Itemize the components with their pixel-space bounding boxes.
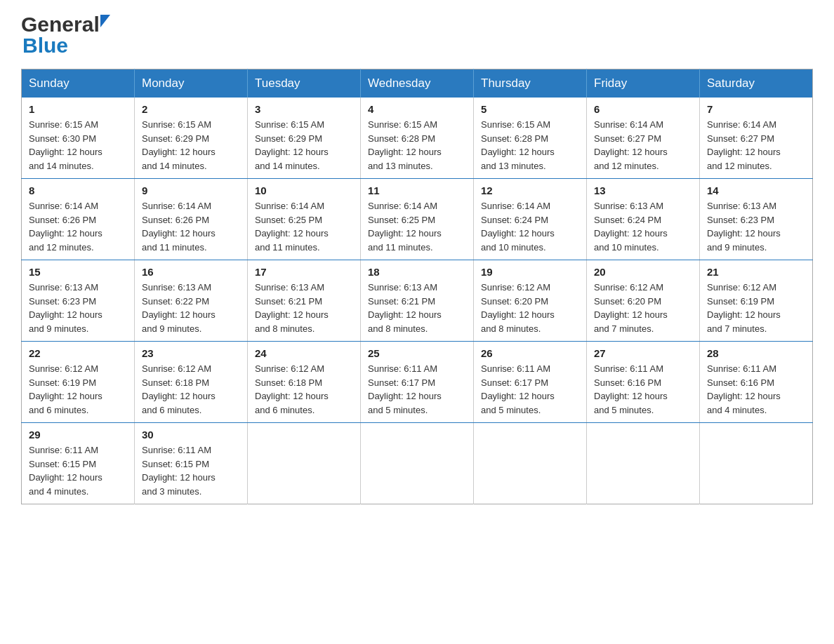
day-info: Sunrise: 6:11 AM Sunset: 6:16 PM Dayligh… [707,362,805,417]
calendar-week-row-4: 22 Sunrise: 6:12 AM Sunset: 6:19 PM Dayl… [22,342,813,423]
day-number: 30 [142,429,240,441]
day-number: 1 [29,103,127,115]
day-info: Sunrise: 6:15 AM Sunset: 6:28 PM Dayligh… [368,118,466,173]
day-info: Sunrise: 6:14 AM Sunset: 6:26 PM Dayligh… [29,199,127,254]
calendar-cell [248,423,361,504]
day-info: Sunrise: 6:11 AM Sunset: 6:17 PM Dayligh… [368,362,466,417]
day-number: 18 [368,266,466,278]
day-number: 7 [707,103,805,115]
calendar-week-row-3: 15 Sunrise: 6:13 AM Sunset: 6:23 PM Dayl… [22,260,813,342]
day-number: 27 [594,347,692,359]
calendar-cell: 18 Sunrise: 6:13 AM Sunset: 6:21 PM Dayl… [361,260,474,342]
calendar-cell: 28 Sunrise: 6:11 AM Sunset: 6:16 PM Dayl… [700,342,813,423]
calendar-header-row: SundayMondayTuesdayWednesdayThursdayFrid… [22,69,813,98]
day-info: Sunrise: 6:11 AM Sunset: 6:17 PM Dayligh… [481,362,579,417]
day-info: Sunrise: 6:12 AM Sunset: 6:19 PM Dayligh… [29,362,127,417]
day-info: Sunrise: 6:13 AM Sunset: 6:23 PM Dayligh… [29,281,127,335]
column-header-monday: Monday [135,69,248,98]
calendar-table: SundayMondayTuesdayWednesdayThursdayFrid… [21,69,813,504]
day-info: Sunrise: 6:15 AM Sunset: 6:29 PM Dayligh… [142,118,240,173]
calendar-cell: 13 Sunrise: 6:13 AM Sunset: 6:24 PM Dayl… [587,179,700,260]
column-header-tuesday: Tuesday [248,69,361,98]
calendar-cell: 29 Sunrise: 6:11 AM Sunset: 6:15 PM Dayl… [22,423,135,504]
day-number: 12 [481,185,579,196]
logo-blue-text: Blue [21,35,111,56]
page-header: General Blue [21,14,813,56]
day-info: Sunrise: 6:14 AM Sunset: 6:25 PM Dayligh… [255,199,353,254]
day-number: 13 [594,185,692,196]
calendar-week-row-5: 29 Sunrise: 6:11 AM Sunset: 6:15 PM Dayl… [22,423,813,504]
calendar-cell: 19 Sunrise: 6:12 AM Sunset: 6:20 PM Dayl… [474,260,587,342]
calendar-cell: 15 Sunrise: 6:13 AM Sunset: 6:23 PM Dayl… [22,260,135,342]
day-info: Sunrise: 6:13 AM Sunset: 6:23 PM Dayligh… [707,199,805,254]
day-info: Sunrise: 6:11 AM Sunset: 6:15 PM Dayligh… [29,443,127,498]
day-number: 16 [142,266,240,278]
calendar-cell: 17 Sunrise: 6:13 AM Sunset: 6:21 PM Dayl… [248,260,361,342]
calendar-cell: 12 Sunrise: 6:14 AM Sunset: 6:24 PM Dayl… [474,179,587,260]
day-info: Sunrise: 6:13 AM Sunset: 6:22 PM Dayligh… [142,281,240,335]
calendar-cell: 21 Sunrise: 6:12 AM Sunset: 6:19 PM Dayl… [700,260,813,342]
day-number: 8 [29,185,127,196]
day-info: Sunrise: 6:14 AM Sunset: 6:26 PM Dayligh… [142,199,240,254]
calendar-cell: 6 Sunrise: 6:14 AM Sunset: 6:27 PM Dayli… [587,98,700,179]
day-number: 21 [707,266,805,278]
column-header-saturday: Saturday [700,69,813,98]
calendar-cell: 25 Sunrise: 6:11 AM Sunset: 6:17 PM Dayl… [361,342,474,423]
day-info: Sunrise: 6:12 AM Sunset: 6:18 PM Dayligh… [255,362,353,417]
calendar-cell [700,423,813,504]
day-number: 14 [707,185,805,196]
day-info: Sunrise: 6:14 AM Sunset: 6:24 PM Dayligh… [481,199,579,254]
calendar-cell: 23 Sunrise: 6:12 AM Sunset: 6:18 PM Dayl… [135,342,248,423]
calendar-cell: 2 Sunrise: 6:15 AM Sunset: 6:29 PM Dayli… [135,98,248,179]
day-number: 6 [594,103,692,115]
calendar-cell [587,423,700,504]
day-info: Sunrise: 6:12 AM Sunset: 6:18 PM Dayligh… [142,362,240,417]
calendar-cell: 22 Sunrise: 6:12 AM Sunset: 6:19 PM Dayl… [22,342,135,423]
day-number: 23 [142,347,240,359]
day-number: 4 [368,103,466,115]
day-info: Sunrise: 6:13 AM Sunset: 6:21 PM Dayligh… [368,281,466,335]
day-number: 15 [29,266,127,278]
day-info: Sunrise: 6:15 AM Sunset: 6:28 PM Dayligh… [481,118,579,173]
calendar-cell: 10 Sunrise: 6:14 AM Sunset: 6:25 PM Dayl… [248,179,361,260]
calendar-cell: 20 Sunrise: 6:12 AM Sunset: 6:20 PM Dayl… [587,260,700,342]
day-info: Sunrise: 6:15 AM Sunset: 6:29 PM Dayligh… [255,118,353,173]
calendar-cell [474,423,587,504]
day-number: 28 [707,347,805,359]
day-info: Sunrise: 6:12 AM Sunset: 6:19 PM Dayligh… [707,281,805,335]
day-info: Sunrise: 6:11 AM Sunset: 6:16 PM Dayligh… [594,362,692,417]
day-number: 29 [29,429,127,441]
day-info: Sunrise: 6:14 AM Sunset: 6:27 PM Dayligh… [707,118,805,173]
calendar-cell: 16 Sunrise: 6:13 AM Sunset: 6:22 PM Dayl… [135,260,248,342]
column-header-wednesday: Wednesday [361,69,474,98]
logo: General Blue [21,14,111,56]
calendar-cell: 4 Sunrise: 6:15 AM Sunset: 6:28 PM Dayli… [361,98,474,179]
day-number: 9 [142,185,240,196]
calendar-cell: 5 Sunrise: 6:15 AM Sunset: 6:28 PM Dayli… [474,98,587,179]
day-number: 17 [255,266,353,278]
day-number: 11 [368,185,466,196]
day-number: 2 [142,103,240,115]
calendar-week-row-1: 1 Sunrise: 6:15 AM Sunset: 6:30 PM Dayli… [22,98,813,179]
day-number: 3 [255,103,353,115]
day-info: Sunrise: 6:13 AM Sunset: 6:24 PM Dayligh… [594,199,692,254]
day-info: Sunrise: 6:12 AM Sunset: 6:20 PM Dayligh… [594,281,692,335]
column-header-sunday: Sunday [22,69,135,98]
day-number: 20 [594,266,692,278]
day-number: 5 [481,103,579,115]
day-number: 22 [29,347,127,359]
calendar-cell: 14 Sunrise: 6:13 AM Sunset: 6:23 PM Dayl… [700,179,813,260]
column-header-friday: Friday [587,69,700,98]
calendar-cell: 7 Sunrise: 6:14 AM Sunset: 6:27 PM Dayli… [700,98,813,179]
day-number: 26 [481,347,579,359]
calendar-week-row-2: 8 Sunrise: 6:14 AM Sunset: 6:26 PM Dayli… [22,179,813,260]
calendar-cell: 1 Sunrise: 6:15 AM Sunset: 6:30 PM Dayli… [22,98,135,179]
calendar-cell: 3 Sunrise: 6:15 AM Sunset: 6:29 PM Dayli… [248,98,361,179]
calendar-cell: 24 Sunrise: 6:12 AM Sunset: 6:18 PM Dayl… [248,342,361,423]
calendar-cell: 9 Sunrise: 6:14 AM Sunset: 6:26 PM Dayli… [135,179,248,260]
calendar-cell: 26 Sunrise: 6:11 AM Sunset: 6:17 PM Dayl… [474,342,587,423]
calendar-cell: 30 Sunrise: 6:11 AM Sunset: 6:15 PM Dayl… [135,423,248,504]
calendar-cell: 8 Sunrise: 6:14 AM Sunset: 6:26 PM Dayli… [22,179,135,260]
day-info: Sunrise: 6:14 AM Sunset: 6:25 PM Dayligh… [368,199,466,254]
day-info: Sunrise: 6:15 AM Sunset: 6:30 PM Dayligh… [29,118,127,173]
